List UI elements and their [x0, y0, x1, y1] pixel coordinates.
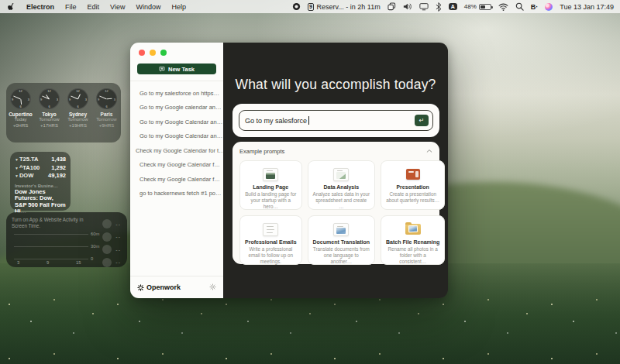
task-item[interactable]: go to hackernews fetch #1 po… — [130, 187, 223, 201]
screen-time-app-list: -- -- -- -- — [102, 218, 121, 269]
bluetooth-icon[interactable] — [436, 2, 442, 12]
volume-icon[interactable] — [403, 2, 412, 12]
stock-row: ▼^TA100 1,292 — [15, 164, 66, 173]
wifi-icon[interactable] — [498, 2, 508, 12]
task-input-card: Go to my salesforce ↵ — [232, 104, 439, 137]
openwork-window: New Task Go to my salesforce on https… G… — [130, 43, 448, 298]
spotlight-search-icon[interactable] — [515, 2, 524, 12]
sidebar: New Task Go to my salesforce on https… G… — [130, 43, 223, 298]
screen-time-widget[interactable]: Turn on App & Website Activity in Screen… — [6, 212, 127, 267]
clock-sydney: 12369 Sydney Tomorrow +19HRS — [65, 88, 91, 129]
prompt-card-landing-page[interactable]: Landing Page Build a landing page for yo… — [239, 160, 302, 210]
world-clock-widget[interactable]: 12369 Cupertino Today +0HRS 12369 Tokyo … — [6, 83, 121, 143]
task-item[interactable]: Go to my Google Calendar an… — [130, 115, 223, 129]
clock-paris: 12369 Paris Tomorrow +9HRS — [94, 88, 120, 129]
zoom-window-button[interactable] — [160, 50, 167, 56]
news-headline: Dow Jones Futures: Dow, S&P 500 Fall Fro… — [15, 189, 66, 215]
task-input[interactable]: Go to my salesforce ↵ — [239, 110, 433, 131]
record-status-icon[interactable] — [292, 2, 301, 12]
display-icon[interactable] — [419, 2, 429, 12]
email-document-icon — [263, 223, 278, 236]
screen-time-chart: 60m 30m 0 3 9 15 — [14, 228, 95, 259]
calendar-day-icon: 9 — [308, 3, 315, 11]
battery-item[interactable]: 48% — [464, 3, 491, 10]
menu-view[interactable]: View — [110, 3, 125, 11]
clock-face-icon: 12369 — [96, 88, 117, 109]
page-title: What will you accomplish today? — [223, 77, 448, 93]
close-window-button[interactable] — [139, 50, 145, 56]
battery-percent: 48% — [464, 3, 477, 10]
wallpaper-flowers — [0, 290, 620, 364]
apple-icon[interactable] — [8, 2, 16, 12]
menu-bar: Electron File Edit View Window Help 9 Re… — [0, 0, 620, 13]
siri-icon[interactable] — [545, 3, 553, 11]
task-item[interactable]: Check my Google Calendar f… — [130, 172, 223, 187]
menubar-clock[interactable]: Tue 13 Jan 17:49 — [560, 3, 614, 11]
app-placeholder-icon — [102, 245, 112, 254]
folder-photo-icon — [405, 224, 421, 235]
stock-row: ▼DOW 49,192 — [15, 172, 66, 180]
chevron-up-icon[interactable] — [426, 148, 432, 155]
app-placeholder-icon — [102, 258, 112, 267]
openwork-logo-icon — [137, 284, 144, 291]
stocks-widget[interactable]: ▼T25.TA 1,438 ▼^TA100 1,292 ▼DOW 49,192 … — [10, 152, 71, 211]
minimize-window-button[interactable] — [150, 50, 156, 56]
submit-task-button[interactable]: ↵ — [415, 115, 429, 126]
down-arrow-icon: ▼ — [15, 166, 19, 170]
prompt-card-presentation[interactable]: Presentation Create a presentation about… — [381, 160, 445, 210]
example-prompts-label: Example prompts — [239, 148, 284, 155]
task-item[interactable]: Go to my salesforce on https… — [130, 86, 223, 101]
main-panel: What will you accomplish today? Go to my… — [223, 43, 448, 298]
settings-gear-icon[interactable] — [209, 283, 216, 292]
translation-document-icon — [333, 223, 349, 236]
news-source: Investor's Busine… — [15, 184, 66, 188]
menu-help[interactable]: Help — [171, 3, 186, 11]
task-list: Go to my salesforce on https… Go to my G… — [130, 81, 223, 276]
menu-file[interactable]: File — [65, 3, 77, 11]
screen-time-message: Turn on App & Website Activity in Screen… — [12, 217, 98, 228]
task-item[interactable]: Check my Google Calendar f… — [130, 158, 223, 173]
desktop: Electron File Edit View Window Help 9 Re… — [0, 0, 620, 364]
data-analysis-icon — [333, 168, 349, 181]
prompt-card-grid: Landing Page Build a landing page for yo… — [239, 160, 432, 265]
down-arrow-icon: ▼ — [15, 157, 19, 162]
prompt-card-batch-file-renaming[interactable]: Batch File Renaming Rename all photos in… — [381, 215, 445, 265]
task-item[interactable]: Check my Google Calendar for t… — [130, 143, 223, 158]
chat-plus-icon — [159, 66, 165, 72]
clock-cupertino: 12369 Cupertino Today +0HRS — [8, 88, 34, 129]
next-event-label: Reserv... - in 2h 11m — [316, 3, 380, 11]
app-placeholder-icon — [102, 219, 112, 228]
prompt-card-data-analysis[interactable]: Data Analysis Analyze sales data in your… — [308, 160, 376, 210]
clock-tokyo: 12369 Tokyo Tomorrow +17HRS — [36, 88, 63, 129]
menu-edit[interactable]: Edit — [88, 3, 100, 11]
prompt-card-professional-emails[interactable]: Professional Emails Write a professional… — [239, 215, 302, 265]
menu-window[interactable]: Window — [136, 3, 160, 11]
calendar-event-item[interactable]: 9 Reserv... - in 2h 11m — [308, 3, 381, 11]
new-task-button[interactable]: New Task — [137, 64, 216, 74]
screen-copy-icon[interactable] — [388, 2, 396, 12]
down-arrow-icon: ▼ — [15, 173, 19, 178]
prompt-card-document-translation[interactable]: Document Translation Translate documents… — [308, 215, 376, 265]
clock-face-icon: 12369 — [39, 88, 60, 109]
window-controls — [130, 43, 223, 56]
sidebar-footer: Openwork — [130, 276, 223, 298]
stock-row: ▼T25.TA 1,438 — [15, 156, 66, 164]
app-placeholder-icon — [102, 232, 112, 242]
battery-icon — [479, 4, 491, 10]
openwork-brand: Openwork — [137, 283, 181, 291]
example-prompts-panel: Example prompts Landing Page Build a lan… — [232, 142, 439, 264]
b-menu-badge[interactable]: B· — [531, 3, 539, 11]
menubar-app-name[interactable]: Electron — [26, 3, 54, 11]
landing-page-icon — [263, 168, 278, 181]
text-caret — [308, 116, 309, 125]
task-item[interactable]: Go to my Google Calendar an… — [130, 129, 223, 144]
task-item[interactable]: Go to my Google calendar an… — [130, 101, 223, 115]
clock-face-icon: 12369 — [67, 88, 88, 109]
input-source-badge[interactable]: A — [449, 3, 457, 10]
presentation-icon — [406, 169, 420, 180]
clock-face-icon: 12369 — [10, 88, 31, 109]
